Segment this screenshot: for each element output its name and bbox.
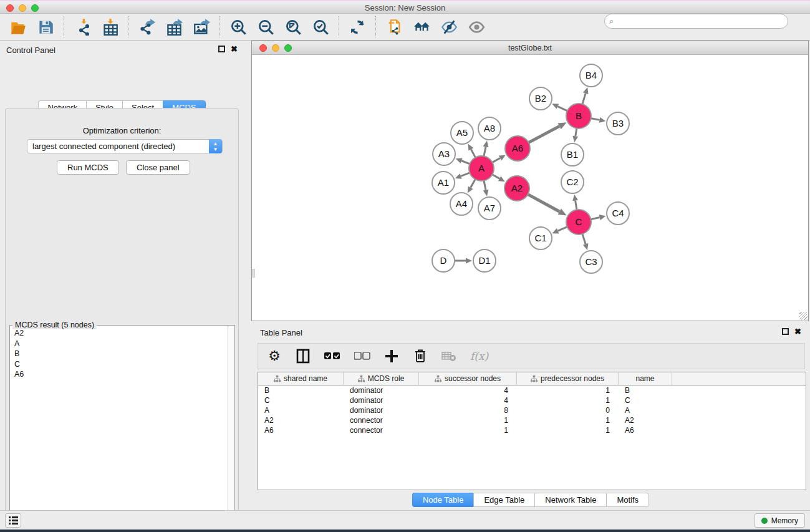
export-network-icon[interactable] — [137, 17, 156, 36]
close-panel-icon[interactable]: ✖ — [231, 44, 238, 54]
table-float-panel-icon[interactable] — [782, 328, 789, 335]
edge-A-A1[interactable] — [461, 173, 470, 177]
criterion-dropdown[interactable]: largest connected component (directed) ▲… — [27, 139, 223, 153]
cell-MCDS-role[interactable]: dominator — [344, 385, 419, 395]
cell-MCDS-role[interactable]: connector — [344, 415, 419, 425]
tab-node-table[interactable]: Node Table — [412, 493, 474, 507]
edge-A-A7[interactable] — [484, 180, 486, 190]
table-row[interactable]: A6connector11A6 — [258, 425, 806, 435]
cell-predecessor-nodes[interactable]: 1 — [517, 385, 619, 395]
cell-successor-nodes[interactable]: 4 — [419, 385, 517, 395]
home-session-icon[interactable] — [412, 17, 431, 36]
table-close-panel-icon[interactable]: ✖ — [794, 327, 801, 336]
cell-MCDS-role[interactable]: connector — [344, 425, 419, 435]
edge-C-C2[interactable] — [576, 201, 577, 211]
save-icon[interactable] — [36, 17, 55, 36]
edge-B-B1[interactable] — [576, 128, 577, 137]
tab-edge-table[interactable]: Edge Table — [473, 493, 534, 507]
table-row[interactable]: Bdominator41B — [258, 385, 806, 395]
cell-predecessor-nodes[interactable]: 1 — [517, 395, 619, 405]
table-row[interactable]: A2connector11A2 — [258, 415, 806, 425]
result-node-item[interactable]: A — [11, 339, 227, 349]
network-graph-canvas[interactable]: AA1A2A3A4A5A6A7A8BB1B2B3B4CC1C2C3C4DD1 — [252, 55, 808, 321]
tab-motifs[interactable]: Motifs — [606, 493, 649, 507]
cell-shared-name[interactable]: A — [258, 405, 344, 415]
delete-column-icon[interactable] — [413, 348, 428, 364]
cell-MCDS-role[interactable]: dominator — [344, 405, 419, 415]
node-table[interactable]: shared nameMCDS rolesuccessor nodesprede… — [258, 372, 806, 490]
edge-A-A8[interactable] — [484, 147, 486, 157]
close-panel-button[interactable]: Close panel — [126, 160, 190, 175]
export-image-icon[interactable] — [192, 17, 211, 36]
edge-A6-B[interactable] — [528, 126, 559, 143]
edge-A-A4[interactable] — [471, 179, 476, 188]
open-folder-icon[interactable] — [9, 17, 27, 36]
column-header-predecessor-nodes[interactable]: predecessor nodes — [517, 372, 619, 385]
column-header-successor-nodes[interactable]: successor nodes — [419, 372, 517, 385]
mcds-result-list[interactable]: A2ABCA6 — [11, 328, 227, 532]
select-all-icon[interactable] — [324, 348, 340, 364]
edge-A-A5[interactable] — [471, 149, 476, 158]
cell-name[interactable]: B — [619, 385, 672, 395]
zoom-in-icon[interactable] — [229, 17, 248, 36]
column-header-MCDS-role[interactable]: MCDS role — [344, 372, 419, 385]
cell-shared-name[interactable]: A2 — [258, 415, 344, 425]
edge-A-A2[interactable] — [492, 174, 500, 178]
cell-successor-nodes[interactable]: 8 — [419, 405, 517, 415]
add-column-icon[interactable] — [384, 348, 399, 364]
cell-successor-nodes[interactable]: 4 — [419, 395, 517, 405]
cell-name[interactable]: C — [619, 395, 672, 405]
edge-C-C1[interactable] — [558, 226, 568, 231]
cell-MCDS-role[interactable]: dominator — [344, 395, 419, 405]
cell-predecessor-nodes[interactable]: 1 — [517, 425, 619, 435]
edge-C-C3[interactable] — [582, 233, 586, 244]
table-row[interactable]: Adominator80A — [258, 405, 806, 415]
hide-graphics-icon[interactable] — [440, 17, 458, 36]
show-graphics-icon[interactable] — [467, 17, 486, 36]
cell-shared-name[interactable]: B — [258, 385, 344, 395]
cell-shared-name[interactable]: A6 — [258, 425, 344, 435]
result-node-item[interactable]: A2 — [11, 328, 227, 339]
edge-A2-C[interactable] — [528, 194, 560, 211]
float-panel-icon[interactable] — [218, 46, 225, 52]
window-edge-handle[interactable] — [252, 269, 255, 278]
run-mcds-button[interactable]: Run MCDS — [57, 160, 119, 175]
result-node-item[interactable]: C — [11, 359, 227, 370]
column-layout-icon[interactable] — [296, 348, 311, 364]
table-row[interactable]: Cdominator41C — [258, 395, 806, 405]
settings-gear-icon[interactable]: ⚙ — [267, 348, 282, 364]
column-header-name[interactable]: name — [619, 372, 672, 385]
export-table-icon[interactable] — [165, 17, 183, 36]
import-table-icon[interactable] — [100, 17, 119, 36]
window-resize-grip[interactable] — [799, 312, 808, 320]
cell-name[interactable]: A2 — [619, 415, 672, 425]
zoom-out-icon[interactable] — [256, 17, 275, 36]
deselect-all-icon[interactable] — [354, 348, 370, 364]
edge-A-A6[interactable] — [492, 158, 500, 162]
cell-name[interactable]: A — [619, 405, 672, 415]
cell-shared-name[interactable]: C — [258, 395, 344, 405]
import-network-icon[interactable] — [73, 17, 92, 36]
cell-successor-nodes[interactable]: 1 — [419, 415, 517, 425]
refresh-icon[interactable] — [348, 17, 367, 36]
cell-predecessor-nodes[interactable]: 0 — [517, 405, 619, 415]
cell-successor-nodes[interactable]: 1 — [419, 425, 517, 435]
task-history-button[interactable] — [5, 513, 21, 528]
edge-B-B2[interactable] — [557, 107, 567, 112]
column-header-shared-name[interactable]: shared name — [258, 372, 344, 385]
edge-C-C4[interactable] — [591, 218, 600, 220]
cell-name[interactable]: A6 — [619, 425, 672, 435]
cell-predecessor-nodes[interactable]: 1 — [517, 415, 619, 425]
network-window-titlebar[interactable]: testGlobe.txt — [252, 41, 808, 55]
edge-B-B3[interactable] — [591, 118, 600, 120]
result-node-item[interactable]: A6 — [11, 369, 227, 380]
network-file-icon[interactable] — [385, 17, 403, 36]
result-scrollbar[interactable] — [228, 326, 234, 532]
result-node-item[interactable]: B — [11, 349, 227, 359]
tab-network-table[interactable]: Network Table — [534, 493, 606, 507]
zoom-selected-icon[interactable] — [311, 17, 330, 36]
memory-button[interactable]: Memory — [755, 513, 805, 528]
zoom-fit-icon[interactable] — [284, 17, 302, 36]
edge-B-B4[interactable] — [582, 94, 586, 105]
edge-A-A3[interactable] — [461, 161, 470, 164]
